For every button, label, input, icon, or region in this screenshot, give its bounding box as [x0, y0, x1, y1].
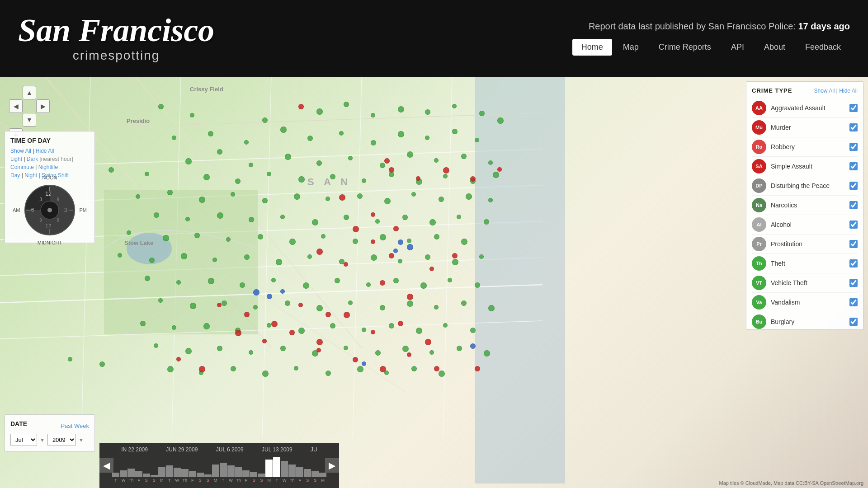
timeline-bar[interactable]: [166, 465, 173, 477]
timeline-bar[interactable]: [281, 461, 288, 477]
pan-right-button[interactable]: ▶: [36, 99, 50, 113]
pan-left-button[interactable]: ◀: [9, 99, 23, 113]
date-past-week[interactable]: Past Week: [61, 422, 89, 429]
crime-badge-sa: SA: [752, 159, 766, 174]
timeline-bars[interactable]: [112, 455, 326, 477]
timeline-bar[interactable]: [212, 465, 219, 477]
time-hide-all[interactable]: Hide All: [36, 148, 54, 154]
timeline-bar[interactable]: [250, 472, 257, 477]
crime-checkbox-sa[interactable]: [849, 162, 858, 170]
crime-checkbox-dp[interactable]: [849, 182, 858, 190]
timeline-bar[interactable]: [181, 469, 189, 477]
timeline-bar[interactable]: [120, 470, 127, 477]
timeline-date: JUN 29 2009: [166, 446, 198, 453]
timeline-bar[interactable]: [304, 469, 311, 477]
timeline-day-label: Th: [181, 478, 189, 483]
timeline-bar[interactable]: [197, 473, 204, 477]
timeline-bar[interactable]: [235, 467, 242, 477]
svg-line-17: [0, 321, 542, 339]
timeline-day-label: M: [158, 478, 165, 483]
timeline-bar[interactable]: [174, 468, 181, 477]
svg-line-6: [262, 77, 271, 438]
time-show-hide: Show All | Hide All: [10, 148, 89, 154]
timeline-bar[interactable]: [242, 470, 250, 477]
time-commute-nightlife: Commute | Nightlife: [10, 164, 89, 170]
crime-checkbox-mu[interactable]: [849, 123, 858, 131]
timeline-bar[interactable]: [158, 467, 165, 477]
pan-up-button[interactable]: ▲: [23, 86, 36, 99]
crime-checkbox-na[interactable]: [849, 201, 858, 209]
timeline-date: JU: [311, 446, 317, 453]
timeline-bar[interactable]: [112, 473, 119, 477]
timeline-bar[interactable]: [296, 467, 303, 477]
time-day[interactable]: Day: [10, 172, 20, 178]
time-dark[interactable]: Dark: [27, 156, 38, 162]
month-select[interactable]: Jul JanFebMar AprMayJun JulAugSep OctNov…: [10, 434, 37, 446]
nav-item-api[interactable]: API: [722, 39, 753, 56]
timeline-bar[interactable]: [151, 475, 158, 477]
time-nearest-hour: [nearest hour]: [40, 156, 73, 162]
timeline-day-label: S: [197, 478, 204, 483]
crime-label-na: Narcotics: [771, 202, 849, 209]
crime-label-dp: Disturbing the Peace: [771, 182, 849, 189]
timeline-day-label: T: [273, 478, 280, 483]
pan-down-button[interactable]: ▼: [23, 113, 36, 127]
crime-label-aa: Aggravated Assault: [771, 104, 849, 112]
crime-checkbox-vt[interactable]: [849, 279, 858, 287]
time-panel-title: TIME OF DAY: [10, 137, 89, 144]
crime-show-all[interactable]: Show All: [814, 88, 835, 94]
timeline-bar[interactable]: [143, 474, 150, 477]
time-commute[interactable]: Commute: [10, 164, 34, 170]
timeline-bar[interactable]: [273, 457, 280, 477]
crime-hide-all[interactable]: Hide All: [839, 88, 858, 94]
timeline-next-button[interactable]: ▶: [325, 458, 339, 473]
crime-checkbox-th[interactable]: [849, 259, 858, 267]
svg-text:3: 3: [39, 197, 42, 202]
timeline-bar[interactable]: [319, 473, 326, 477]
timeline-bar[interactable]: [189, 471, 196, 477]
timeline-bar[interactable]: [127, 469, 135, 477]
crime-checkbox-va[interactable]: [849, 298, 858, 306]
date-controls: Jul JanFebMar AprMayJun JulAugSep OctNov…: [10, 434, 89, 446]
nav-item-home[interactable]: Home: [572, 39, 612, 56]
crime-checkbox-bu[interactable]: [849, 318, 858, 326]
logo-title: San Francisco: [18, 14, 214, 47]
nav-item-crime-reports[interactable]: Crime Reports: [650, 39, 720, 56]
crime-badge-va: Va: [752, 295, 766, 310]
timeline-bar[interactable]: [311, 471, 319, 477]
crime-checkbox-pr[interactable]: [849, 240, 858, 248]
timeline-bar[interactable]: [258, 474, 265, 477]
crime-checkbox-al[interactable]: [849, 221, 858, 229]
time-light[interactable]: Light: [10, 156, 22, 162]
time-panel: TIME OF DAY Show All | Hide All Light | …: [5, 131, 95, 243]
time-show-all[interactable]: Show All: [10, 148, 31, 154]
timeline-bar[interactable]: [220, 463, 227, 477]
year-select[interactable]: 2009 200620072008 20092010: [47, 434, 76, 446]
report-notice: Report data last published by San Franci…: [589, 21, 850, 32]
nav-item-about[interactable]: About: [755, 39, 794, 56]
timeline-date: JUL 6 2009: [216, 446, 244, 453]
time-nightlife[interactable]: Nightlife: [38, 164, 58, 170]
crime-checkbox-aa[interactable]: [849, 104, 858, 112]
nav-item-map[interactable]: Map: [614, 39, 648, 56]
crime-row-aa: AAAggravated Assault: [752, 99, 858, 118]
timeline-day-label: S: [258, 478, 265, 483]
crime-row-vt: VTVehicle Theft: [752, 273, 858, 293]
crime-badge-na: Na: [752, 198, 766, 212]
timeline-prev-button[interactable]: ◀: [99, 458, 113, 473]
clock-face: NOON MIDNIGHT AM PM 12 3 12 6: [23, 183, 77, 237]
crime-row-sa: SASimple Assault: [752, 157, 858, 176]
time-night[interactable]: Night: [24, 172, 37, 178]
crime-checkbox-ro[interactable]: [849, 143, 858, 151]
crime-badge-th: Th: [752, 256, 766, 271]
timeline-bar[interactable]: [288, 465, 296, 477]
timeline-bar[interactable]: [204, 474, 212, 477]
timeline-bar[interactable]: [227, 465, 235, 477]
timeline-bar[interactable]: [265, 460, 273, 477]
timeline-day-label: T: [220, 478, 227, 483]
crime-badge-mu: Mu: [752, 120, 766, 135]
timeline-bar[interactable]: [135, 471, 142, 477]
crime-label-ro: Robbery: [771, 143, 849, 150]
timeline-date: IN 22 2009: [121, 446, 148, 453]
nav-item-feedback[interactable]: Feedback: [796, 39, 850, 56]
